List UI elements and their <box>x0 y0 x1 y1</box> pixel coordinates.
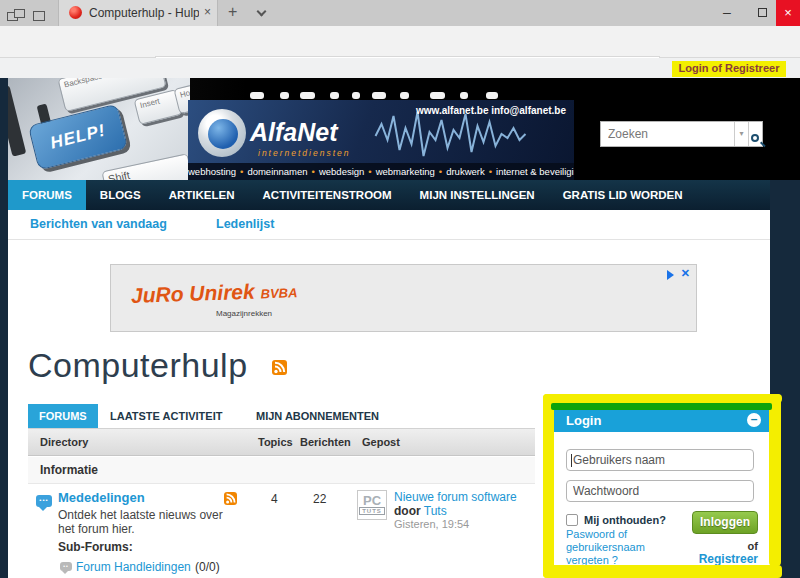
page-title: Computerhulp <box>28 346 248 385</box>
sub-navigation: Berichten van vandaag Ledenlijst <box>8 210 770 240</box>
forum-link-mededelingen[interactable]: Mededelingen <box>58 490 145 505</box>
banner-services: webhostingdomeinnamenwebdesignwebmarketi… <box>188 163 574 180</box>
search-button[interactable] <box>748 122 764 146</box>
password-input[interactable] <box>566 480 754 502</box>
page-margin-left <box>0 78 8 578</box>
avatar[interactable]: PCTUTS <box>357 490 387 520</box>
column-berichten: Berichten <box>300 429 351 456</box>
rss-icon[interactable] <box>272 360 287 379</box>
remember-me-checkbox[interactable] <box>566 514 578 526</box>
tab-preview-icon[interactable] <box>7 7 25 25</box>
browser-toolbar: ← → ↻ ⌂ https://www.pctuts.be/ ☆ ☆ ≡ ✎ ↪… <box>0 26 800 58</box>
subnav-ledenlijst[interactable]: Ledenlijst <box>216 217 274 231</box>
nav-item-activiteitenstroom[interactable]: ACTIVITEITENSTROOM <box>249 180 406 210</box>
search-icon <box>751 134 759 142</box>
alfanet-logo <box>198 109 246 157</box>
subforum-count: (0/0) <box>195 560 220 574</box>
nav-item-gratis-lid-worden[interactable]: GRATIS LID WORDEN <box>549 180 697 210</box>
rss-icon[interactable] <box>224 491 237 509</box>
browser-tab[interactable]: Computerhulp - Hulpfo × <box>58 0 218 26</box>
login-widget-body: Mij onthouden? Inloggen Paswoord of gebr… <box>552 432 770 565</box>
page-margin-right <box>770 180 800 578</box>
login-widget-header: Login – <box>552 408 770 432</box>
tab-laatste-activiteit[interactable]: LAATSTE ACTIVITEIT <box>110 404 222 428</box>
banner-tagline: internetdiensten <box>258 148 351 158</box>
topics-count: 4 <box>271 492 278 506</box>
tab-close-icon[interactable]: × <box>204 5 211 19</box>
new-tab-button[interactable]: + <box>228 3 237 21</box>
browser-window: Computerhulp - Hulpfo × + – × ← → ↻ ⌂ ht… <box>0 0 800 578</box>
posts-count: 22 <box>313 492 326 506</box>
collapse-widget-icon[interactable]: – <box>747 413 761 427</box>
text-caret <box>571 454 572 467</box>
lastpost-byline: door Tuts <box>394 504 447 518</box>
column-topics: Topics <box>258 429 293 456</box>
nav-item-artikelen[interactable]: ARTIKELEN <box>155 180 249 210</box>
forum-description: Ontdek het laatste nieuws over het forum… <box>58 508 242 536</box>
tab-mijn-abonnementen[interactable]: MIJN ABONNEMENTEN <box>256 404 379 428</box>
minimize-button[interactable]: – <box>712 0 742 26</box>
category-row-informatie: Informatie <box>28 457 535 484</box>
adchoices-icon[interactable] <box>667 270 674 280</box>
username-input[interactable] <box>566 449 754 471</box>
keyboard-header-image: Backspace Insert Home Shift HELP! <box>8 78 190 180</box>
banner-contact-info: www.alfanet.be info@alfanet.be <box>416 105 566 116</box>
nav-item-mijn-instellingen[interactable]: MIJN INSTELLINGEN <box>406 180 549 210</box>
subnav-berichten-van-vandaag[interactable]: Berichten van vandaag <box>30 217 167 231</box>
keyboard-key: Shift <box>101 153 190 180</box>
ad-brand: JuRo Unirek BVBA <box>131 278 298 308</box>
maximize-button[interactable] <box>748 0 778 26</box>
site-favicon <box>69 6 82 19</box>
main-navigation: FORUMS BLOGS ARTIKELEN ACTIVITEITENSTROO… <box>8 180 770 210</box>
alfanet-banner-ad[interactable]: www.alfanet.be info@alfanet.be AlfaNet i… <box>188 100 574 180</box>
nav-item-blogs[interactable]: BLOGS <box>86 180 155 210</box>
lastpost-title-link[interactable]: Nieuwe forum software <box>394 490 517 504</box>
tab-list-chevron-icon[interactable] <box>257 7 267 17</box>
close-window-button[interactable]: × <box>776 0 800 26</box>
login-register-link[interactable]: Login of Registreer▾ <box>672 61 786 77</box>
forum-row-mededelingen: ••• Mededelingen Ontdek het laatste nieu… <box>28 484 535 578</box>
register-link[interactable]: Registreer <box>699 552 758 566</box>
tab-title: Computerhulp - Hulpfo <box>89 6 199 20</box>
forum-table-header: Directory Topics Berichten Gepost <box>28 428 535 456</box>
ad-tagline: Magazijnrekken <box>216 309 272 318</box>
column-gepost: Gepost <box>362 429 400 456</box>
lastpost-author-link[interactable]: Tuts <box>424 504 447 518</box>
forgot-password-link[interactable]: Paswoord of gebruikersnaam vergeten ? <box>566 528 664 567</box>
login-submit-button[interactable]: Inloggen <box>692 511 758 534</box>
tab-forums[interactable]: FORUMS <box>28 404 98 428</box>
subforums-label: Sub-Forums: <box>58 540 133 554</box>
tab-bar: Computerhulp - Hulpfo × + – × <box>0 0 800 26</box>
forum-icon: ••• <box>36 495 52 507</box>
banner-brand: AlfaNet <box>250 118 338 147</box>
ad-banner[interactable]: JuRo Unirek BVBA Magazijnrekken ✕ <box>110 264 697 332</box>
subforum-icon: •• <box>60 562 72 571</box>
nav-item-forums[interactable]: FORUMS <box>8 180 86 210</box>
subforum-link[interactable]: Forum Handleidingen <box>76 560 191 574</box>
page-top-strip: Login of Registreer▾ <box>0 58 800 78</box>
column-directory: Directory <box>40 429 88 456</box>
search-options-dropdown[interactable]: ▾ <box>734 122 748 146</box>
search-input[interactable] <box>601 122 734 146</box>
login-widget-title: Login <box>566 413 601 428</box>
remember-me-label[interactable]: Mij onthouden? <box>584 514 666 526</box>
lastpost-time: Gisteren, 19:54 <box>394 518 469 530</box>
ad-close-icon[interactable]: ✕ <box>681 267 690 280</box>
or-register: of Registreer <box>688 540 758 566</box>
login-register-label: Login of Registreer <box>679 62 780 74</box>
site-search: ▾ <box>600 121 763 147</box>
set-tabs-aside-icon[interactable] <box>33 7 45 25</box>
